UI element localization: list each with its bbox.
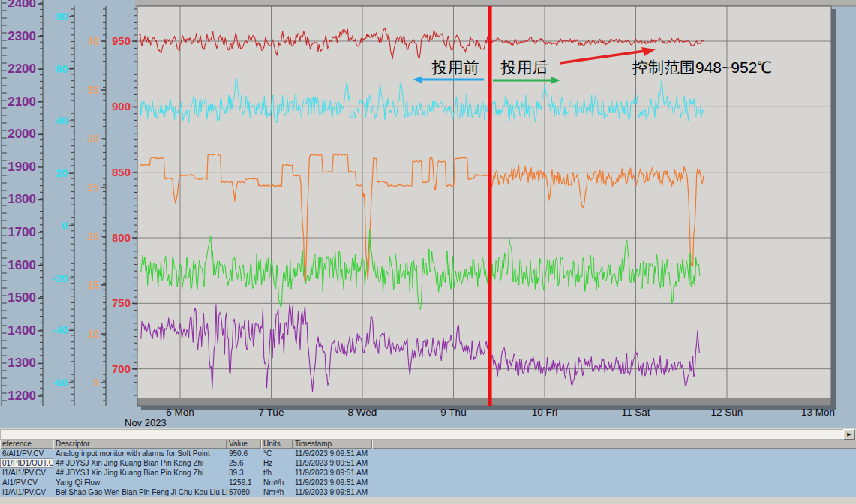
cell-spacer [372, 458, 856, 468]
cell-timestamp[interactable]: 11/9/2023 9:09:51 AM [293, 488, 372, 497]
trend-chart[interactable]: 2400230022002100200019001800170016001500… [0, 0, 856, 439]
axis-tick-label: 10 [87, 328, 99, 340]
cell-value[interactable]: 57080 [227, 488, 261, 497]
scrollbar-track[interactable] [0, 429, 844, 440]
window-top-frame [135, 0, 856, 6]
cell-spacer [372, 468, 856, 478]
plot-shadow-right [831, 9, 836, 410]
cell-timestamp[interactable]: 11/9/2023 9:09:51 AM [293, 478, 372, 488]
axis-tick-label: 1900 [8, 160, 36, 174]
cell-timestamp[interactable]: 11/9/2023 9:09:51 AM [293, 468, 372, 478]
axis-tick-label: 25 [87, 182, 99, 194]
time-tick-label: 13 Mon [801, 406, 835, 418]
time-tick-label: 12 Sun [711, 406, 743, 418]
axis-tick-label: -60 [53, 376, 68, 388]
time-tick-label: 9 Thu [440, 406, 466, 418]
time-tick-label: 7 Tue [259, 406, 284, 418]
axis-tick-label: 80 [56, 10, 68, 22]
annotation-after-label: 投用后 [500, 58, 548, 76]
axis-tick-label: 1200 [8, 388, 36, 403]
axis-tick-label: 5 [93, 376, 99, 388]
value-axis-red: 950900850800750700 [112, 9, 137, 395]
axis-tick-label: 2400 [8, 0, 36, 10]
cell-descriptor[interactable]: 4# JDYSJ Xin Jing Kuang Bian Pin Kong Zh… [53, 458, 227, 468]
trend-data-table: eferenceDescriptorValueUnitsTimestamp6/A… [0, 439, 856, 497]
bottom-panel: eferenceDescriptorValueUnitsTimestamp6/A… [0, 439, 856, 504]
time-strip[interactable] [137, 398, 831, 406]
cell-units[interactable]: Nm³/h [261, 478, 293, 488]
axis-tick-label: 15 [87, 279, 99, 291]
cell-reference[interactable]: I1/AI1/PV.CV [0, 488, 53, 497]
cell-units[interactable]: Hz [261, 458, 293, 468]
table-row[interactable]: I1/AI1/PV.CV4# JDYSJ Xin Jing Kuang Bian… [0, 468, 856, 478]
table-header-row: eferenceDescriptorValueUnitsTimestamp [0, 439, 856, 448]
time-tick-label: 11 Sat [621, 406, 650, 418]
cell-reference[interactable]: 01/PID1/OUT.CV [0, 458, 53, 468]
value-axis-orange: 403530252015105 [87, 6, 106, 406]
axis-tick-label: 700 [112, 362, 131, 375]
cell-spacer [372, 478, 856, 488]
time-tick-label: 8 Wed [348, 406, 377, 418]
cell-timestamp[interactable]: 11/9/2023 9:09:51 AM [293, 458, 372, 468]
axis-tick-label: 0 [62, 220, 68, 232]
axis-tick-label: 40 [56, 115, 68, 127]
time-tick-label: 6 Mon [166, 406, 194, 418]
axis-tick-label: 35 [87, 84, 99, 96]
cell-spacer [372, 448, 856, 458]
axis-tick-label: 20 [56, 167, 68, 179]
axis-tick-label: 2100 [8, 94, 36, 109]
axis-tick-label: 750 [112, 296, 131, 309]
month-label: Nov 2023 [125, 417, 167, 428]
cell-descriptor[interactable]: Analog input monitor with alarms for Sof… [53, 448, 227, 458]
axis-tick-label: 40 [87, 35, 99, 47]
cell-descriptor[interactable]: Yang Qi Flow [53, 478, 227, 488]
axis-tick-label: 2000 [8, 127, 36, 141]
column-header-descriptor[interactable]: Descriptor [53, 439, 227, 448]
table-row[interactable]: 01/PID1/OUT.CV4# JDYSJ Xin Jing Kuang Bi… [0, 458, 856, 468]
column-header-spacer [372, 439, 856, 448]
axis-tick-label: 2200 [8, 62, 36, 76]
axis-tick-label: 950 [112, 34, 131, 47]
cell-value[interactable]: 25.6 [227, 458, 261, 468]
cell-value[interactable]: 950.6 [227, 448, 261, 458]
trend-application-window: 2400230022002100200019001800170016001500… [0, 0, 856, 504]
cell-reference[interactable]: I1/AI1/PV.CV [0, 468, 53, 478]
cell-reference[interactable]: AI1/PV.CV [0, 478, 53, 488]
axis-tick-label: 800 [112, 231, 131, 244]
cell-timestamp[interactable]: 11/9/2023 9:09:51 AM [293, 448, 372, 458]
axis-tick-label: -20 [53, 272, 68, 284]
cell-units[interactable]: Nm³/h [261, 488, 293, 497]
table-row[interactable]: 6/AI1/PV.CVAnalog input monitor with ala… [0, 448, 856, 458]
cell-value[interactable]: 1259.1 [227, 478, 261, 488]
time-cursor[interactable] [488, 6, 492, 406]
cell-units[interactable]: °C [261, 448, 293, 458]
axis-tick-label: 1300 [8, 356, 36, 370]
cell-descriptor[interactable]: 4# JDYSJ Xin Jing Kuang Bian Pin Kong Zh… [53, 468, 227, 478]
axis-tick-label: 30 [87, 133, 99, 145]
column-header-timestamp[interactable]: Timestamp [293, 439, 372, 448]
axis-tick-label: 850 [112, 166, 131, 178]
value-axis-cyan: 806040200-20-40-60 [53, 6, 74, 406]
annotation-before-label: 投用前 [431, 58, 479, 76]
axis-tick-label: 20 [87, 230, 99, 242]
cell-reference[interactable]: 6/AI1/PV.CV [0, 448, 53, 458]
column-header-units[interactable]: Units [261, 439, 293, 448]
axis-tick-label: 1400 [8, 323, 36, 338]
time-tick-label: 10 Fri [532, 406, 558, 418]
cell-descriptor[interactable]: Bei Shao Gao Wen Bian Pin Feng Ji Chu Ko… [53, 488, 227, 497]
value-axis-cut [2, 0, 7, 406]
annotation-control-range-label: 控制范围948~952℃ [632, 58, 772, 76]
table-row[interactable]: I1/AI1/PV.CVBei Shao Gao Wen Bian Pin Fe… [0, 488, 856, 497]
column-header-eference[interactable]: eference [0, 439, 53, 448]
axis-tick-label: 1600 [8, 258, 36, 272]
cell-value[interactable]: 39.3 [227, 468, 261, 478]
scrollbar-right-arrow-icon[interactable]: ▶ [843, 429, 855, 440]
cell-units[interactable]: t/h [261, 468, 293, 478]
axis-tick-label: 2300 [8, 29, 36, 44]
horizontal-scrollbar: ▶ [0, 428, 856, 440]
table-row[interactable]: AI1/PV.CVYang Qi Flow1259.1Nm³/h11/9/202… [0, 478, 856, 488]
axis-tick-label: 1700 [8, 225, 36, 239]
axis-tick-label: -40 [53, 324, 68, 336]
column-header-value[interactable]: Value [227, 439, 261, 448]
axis-tick-label: 1800 [8, 192, 36, 206]
